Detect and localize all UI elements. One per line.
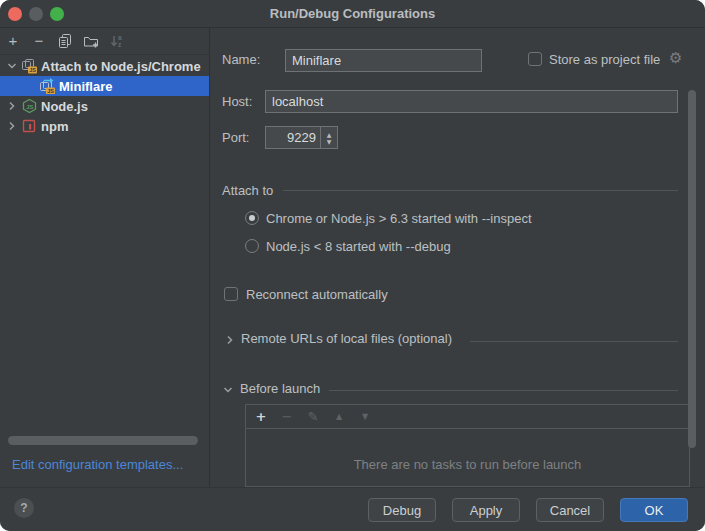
before-launch-panel: + − ✎ ▲ ▼ There are no tasks to run befo… (245, 404, 690, 487)
attach-to-group-label: Attach to (222, 183, 273, 198)
name-input[interactable] (285, 49, 482, 72)
chevron-down-icon[interactable] (223, 385, 233, 395)
port-stepper[interactable]: ▲ ▼ (320, 127, 337, 148)
remote-urls-separator (470, 341, 678, 342)
dialog-footer: ? Debug Apply Cancel OK (0, 487, 705, 531)
add-task-icon[interactable]: + (254, 409, 268, 424)
run-debug-configurations-dialog: Run/Debug Configurations + − (0, 0, 705, 531)
attach-nodejs-chrome-run-icon: JS (39, 78, 56, 94)
reconnect-automatically-checkbox[interactable] (224, 287, 238, 301)
host-label: Host: (222, 94, 252, 109)
ok-button[interactable]: OK (620, 498, 688, 522)
chevron-down-icon[interactable] (6, 61, 18, 71)
port-spinner: ▲ ▼ (265, 126, 338, 149)
svg-text:JS: JS (29, 67, 36, 73)
move-task-up-icon: ▲ (332, 412, 346, 421)
svg-text:JS: JS (26, 104, 33, 110)
before-launch-toolbar: + − ✎ ▲ ▼ (246, 405, 689, 429)
content-vertical-scrollbar[interactable] (688, 90, 696, 448)
configuration-tree: JS Attach to Node.js/Chrome JS M (0, 56, 209, 136)
remote-urls-section-label[interactable]: Remote URLs of local files (optional) (241, 331, 452, 346)
tree-item-label: npm (41, 119, 68, 134)
new-folder-icon[interactable] (83, 33, 99, 49)
stepper-down-icon[interactable]: ▼ (327, 138, 332, 145)
port-input[interactable] (266, 127, 321, 148)
sidebar-toolbar: + − (0, 28, 209, 55)
svg-text:JS: JS (47, 88, 54, 94)
attach-to-separator (283, 190, 678, 191)
edit-configuration-templates-link[interactable]: Edit configuration templates... (12, 457, 183, 472)
tree-item-nodejs[interactable]: JS Node.js (0, 96, 209, 116)
radio-nodejs-debug[interactable] (245, 239, 259, 253)
before-launch-empty-text: There are no tasks to run before launch (246, 457, 689, 472)
help-button[interactable]: ? (14, 498, 34, 518)
svg-text:a: a (118, 34, 122, 41)
add-configuration-icon[interactable]: + (5, 33, 21, 49)
stepper-up-icon[interactable]: ▲ (327, 131, 332, 138)
reconnect-automatically-label: Reconnect automatically (246, 287, 388, 302)
store-as-project-file-label: Store as project file (549, 52, 660, 67)
chevron-right-icon[interactable] (6, 121, 18, 131)
store-as-project-file-checkbox[interactable] (528, 52, 542, 66)
radio-nodejs-debug-label: Node.js < 8 started with --debug (266, 239, 451, 254)
dialog-title: Run/Debug Configurations (0, 6, 705, 21)
configurations-sidebar: + − (0, 28, 210, 487)
gear-icon[interactable]: ⚙ (669, 49, 682, 67)
tree-item-npm[interactable]: npm (0, 116, 209, 136)
remove-configuration-icon[interactable]: − (31, 33, 47, 49)
tree-item-label: Miniflare (59, 79, 112, 94)
tree-item-label: Attach to Node.js/Chrome (41, 59, 201, 74)
radio-chrome-or-nodejs-inspect[interactable] (245, 211, 259, 225)
before-launch-section-label[interactable]: Before launch (240, 381, 320, 396)
chevron-right-icon[interactable] (6, 101, 18, 111)
copy-configuration-icon[interactable] (57, 33, 73, 49)
remove-task-icon: − (280, 409, 294, 424)
chevron-right-icon[interactable] (225, 335, 235, 345)
nodejs-icon: JS (21, 98, 38, 114)
edit-task-icon: ✎ (306, 409, 320, 424)
name-label: Name: (222, 52, 260, 67)
cancel-button[interactable]: Cancel (536, 498, 604, 522)
attach-nodejs-chrome-icon: JS (21, 58, 38, 74)
svg-text:z: z (118, 41, 122, 48)
title-bar: Run/Debug Configurations (0, 0, 705, 28)
port-label: Port: (222, 130, 249, 145)
radio-chrome-or-nodejs-inspect-label: Chrome or Node.js > 6.3 started with --i… (266, 211, 532, 226)
sort-alphabetically-icon: a z (109, 33, 125, 49)
move-task-down-icon: ▼ (358, 412, 372, 421)
sidebar-horizontal-scrollbar[interactable] (8, 436, 198, 445)
npm-icon (21, 118, 38, 134)
before-launch-separator (329, 390, 678, 391)
debug-button[interactable]: Debug (368, 498, 436, 522)
host-input[interactable] (265, 90, 678, 113)
apply-button[interactable]: Apply (452, 498, 520, 522)
tree-item-label: Node.js (41, 99, 88, 114)
tree-item-attach-to-nodejs-chrome[interactable]: JS Attach to Node.js/Chrome (0, 56, 209, 76)
tree-item-miniflare[interactable]: JS Miniflare (0, 76, 209, 96)
